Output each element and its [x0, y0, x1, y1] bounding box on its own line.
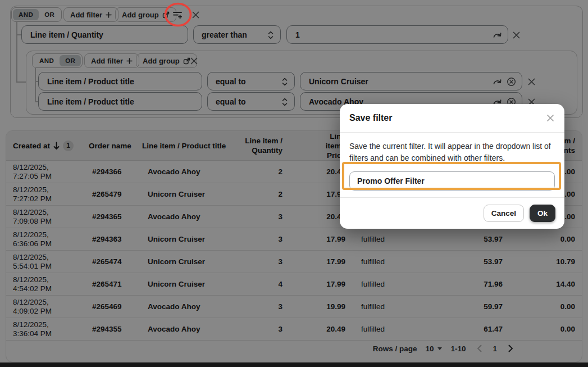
- dialog-footer: Cancel Ok: [340, 197, 564, 229]
- dialog-title: Save filter: [349, 113, 392, 123]
- dialog-description: Save the current filter. It will appear …: [340, 133, 564, 164]
- save-filter-dialog: Save filter Save the current filter. It …: [340, 104, 564, 229]
- filter-name-input[interactable]: [349, 171, 555, 191]
- ok-button[interactable]: Ok: [530, 205, 555, 222]
- close-icon: [546, 114, 555, 123]
- cancel-button[interactable]: Cancel: [484, 205, 524, 222]
- dialog-close-button[interactable]: [546, 114, 555, 123]
- dialog-header: Save filter: [340, 104, 564, 133]
- screen: AND OR Add filter Add group: [0, 0, 588, 367]
